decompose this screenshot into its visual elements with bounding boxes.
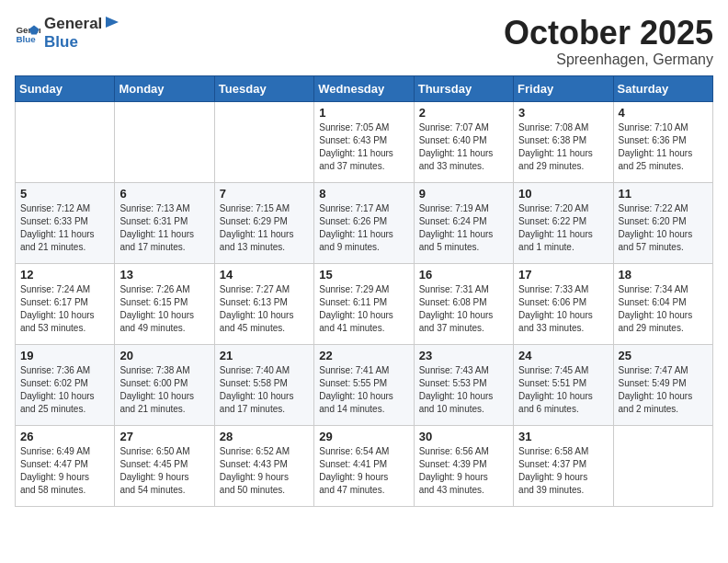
calendar-cell: 30Sunrise: 6:56 AMSunset: 4:39 PMDayligh…: [414, 425, 513, 506]
day-info: Sunrise: 7:31 AMSunset: 6:08 PMDaylight:…: [419, 283, 508, 335]
weekday-header-thursday: Thursday: [414, 75, 513, 101]
day-info: Sunrise: 7:27 AMSunset: 6:13 PMDaylight:…: [220, 283, 309, 335]
logo: General Blue General Blue: [15, 15, 120, 52]
day-info: Sunrise: 7:40 AMSunset: 5:58 PMDaylight:…: [220, 364, 309, 416]
month-title: October 2025: [504, 15, 713, 52]
calendar-cell: 10Sunrise: 7:20 AMSunset: 6:22 PMDayligh…: [514, 182, 613, 263]
day-number: 7: [220, 187, 309, 201]
week-row-1: 1Sunrise: 7:05 AMSunset: 6:43 PMDaylight…: [16, 101, 713, 182]
day-number: 24: [518, 349, 608, 362]
day-info: Sunrise: 7:05 AMSunset: 6:43 PMDaylight:…: [319, 121, 408, 173]
calendar-cell: 15Sunrise: 7:29 AMSunset: 6:11 PMDayligh…: [314, 263, 414, 344]
day-info: Sunrise: 7:22 AMSunset: 6:20 PMDaylight:…: [619, 202, 708, 254]
day-info: Sunrise: 7:13 AMSunset: 6:31 PMDaylight:…: [119, 202, 209, 254]
week-row-4: 19Sunrise: 7:36 AMSunset: 6:02 PMDayligh…: [16, 344, 713, 425]
calendar-cell: 29Sunrise: 6:54 AMSunset: 4:41 PMDayligh…: [314, 425, 414, 506]
day-number: 17: [518, 268, 608, 282]
day-info: Sunrise: 7:41 AMSunset: 5:55 PMDaylight:…: [319, 364, 408, 416]
day-info: Sunrise: 6:50 AMSunset: 4:45 PMDaylight:…: [119, 445, 209, 497]
day-number: 18: [619, 268, 708, 282]
day-info: Sunrise: 7:38 AMSunset: 6:00 PMDaylight:…: [119, 364, 209, 416]
week-row-5: 26Sunrise: 6:49 AMSunset: 4:47 PMDayligh…: [16, 425, 713, 506]
day-info: Sunrise: 7:34 AMSunset: 6:04 PMDaylight:…: [619, 283, 708, 335]
calendar-cell: 5Sunrise: 7:12 AMSunset: 6:33 PMDaylight…: [16, 182, 115, 263]
day-info: Sunrise: 6:56 AMSunset: 4:39 PMDaylight:…: [419, 445, 508, 497]
day-number: 5: [20, 187, 109, 201]
calendar-cell: [16, 101, 115, 182]
day-info: Sunrise: 7:47 AMSunset: 5:49 PMDaylight:…: [619, 364, 708, 416]
day-info: Sunrise: 7:17 AMSunset: 6:26 PMDaylight:…: [319, 202, 408, 254]
calendar-cell: 3Sunrise: 7:08 AMSunset: 6:38 PMDaylight…: [514, 101, 613, 182]
day-number: 3: [518, 106, 608, 120]
calendar-cell: 4Sunrise: 7:10 AMSunset: 6:36 PMDaylight…: [613, 101, 712, 182]
calendar-cell: 7Sunrise: 7:15 AMSunset: 6:29 PMDaylight…: [214, 182, 313, 263]
title-area: October 2025 Spreenhagen, Germany: [504, 15, 713, 68]
calendar-cell: 14Sunrise: 7:27 AMSunset: 6:13 PMDayligh…: [214, 263, 313, 344]
day-info: Sunrise: 7:43 AMSunset: 5:53 PMDaylight:…: [419, 364, 508, 416]
day-number: 13: [119, 268, 209, 282]
day-number: 10: [518, 187, 608, 201]
day-info: Sunrise: 7:26 AMSunset: 6:15 PMDaylight:…: [119, 283, 209, 335]
day-info: Sunrise: 7:19 AMSunset: 6:24 PMDaylight:…: [419, 202, 508, 254]
day-info: Sunrise: 6:58 AMSunset: 4:37 PMDaylight:…: [518, 445, 608, 497]
calendar-cell: 25Sunrise: 7:47 AMSunset: 5:49 PMDayligh…: [613, 344, 712, 425]
calendar-table: SundayMondayTuesdayWednesdayThursdayFrid…: [15, 75, 713, 507]
calendar-cell: [613, 425, 712, 506]
calendar-cell: 31Sunrise: 6:58 AMSunset: 4:37 PMDayligh…: [514, 425, 613, 506]
day-info: Sunrise: 7:10 AMSunset: 6:36 PMDaylight:…: [619, 121, 708, 173]
calendar-cell: 20Sunrise: 7:38 AMSunset: 6:00 PMDayligh…: [115, 344, 214, 425]
calendar-cell: 26Sunrise: 6:49 AMSunset: 4:47 PMDayligh…: [16, 425, 115, 506]
weekday-header-saturday: Saturday: [613, 75, 712, 101]
day-info: Sunrise: 6:54 AMSunset: 4:41 PMDaylight:…: [319, 445, 408, 497]
calendar-cell: 18Sunrise: 7:34 AMSunset: 6:04 PMDayligh…: [613, 263, 712, 344]
day-info: Sunrise: 7:12 AMSunset: 6:33 PMDaylight:…: [20, 202, 109, 254]
weekday-header-tuesday: Tuesday: [214, 75, 313, 101]
calendar-cell: 24Sunrise: 7:45 AMSunset: 5:51 PMDayligh…: [514, 344, 613, 425]
day-info: Sunrise: 7:45 AMSunset: 5:51 PMDaylight:…: [518, 364, 608, 416]
day-number: 20: [119, 349, 209, 362]
day-number: 28: [220, 430, 309, 443]
day-number: 23: [419, 349, 508, 362]
day-info: Sunrise: 7:36 AMSunset: 6:02 PMDaylight:…: [20, 364, 109, 416]
day-number: 6: [119, 187, 209, 201]
day-number: 12: [20, 268, 109, 282]
calendar-cell: 19Sunrise: 7:36 AMSunset: 6:02 PMDayligh…: [16, 344, 115, 425]
day-number: 31: [518, 430, 608, 443]
calendar-cell: 23Sunrise: 7:43 AMSunset: 5:53 PMDayligh…: [414, 344, 513, 425]
day-info: Sunrise: 7:15 AMSunset: 6:29 PMDaylight:…: [220, 202, 309, 254]
day-number: 22: [319, 349, 408, 362]
day-number: 29: [319, 430, 408, 443]
day-number: 21: [220, 349, 309, 362]
calendar-cell: 22Sunrise: 7:41 AMSunset: 5:55 PMDayligh…: [314, 344, 414, 425]
weekday-header-row: SundayMondayTuesdayWednesdayThursdayFrid…: [16, 75, 713, 101]
week-row-2: 5Sunrise: 7:12 AMSunset: 6:33 PMDaylight…: [16, 182, 713, 263]
day-info: Sunrise: 7:20 AMSunset: 6:22 PMDaylight:…: [518, 202, 608, 254]
calendar-cell: 2Sunrise: 7:07 AMSunset: 6:40 PMDaylight…: [414, 101, 513, 182]
day-number: 11: [619, 187, 708, 201]
day-info: Sunrise: 7:33 AMSunset: 6:06 PMDaylight:…: [518, 283, 608, 335]
day-number: 9: [419, 187, 508, 201]
calendar-cell: 17Sunrise: 7:33 AMSunset: 6:06 PMDayligh…: [514, 263, 613, 344]
calendar-cell: 1Sunrise: 7:05 AMSunset: 6:43 PMDaylight…: [314, 101, 414, 182]
calendar-cell: 11Sunrise: 7:22 AMSunset: 6:20 PMDayligh…: [613, 182, 712, 263]
day-info: Sunrise: 6:49 AMSunset: 4:47 PMDaylight:…: [20, 445, 109, 497]
calendar-cell: 8Sunrise: 7:17 AMSunset: 6:26 PMDaylight…: [314, 182, 414, 263]
day-info: Sunrise: 6:52 AMSunset: 4:43 PMDaylight:…: [220, 445, 309, 497]
day-info: Sunrise: 7:29 AMSunset: 6:11 PMDaylight:…: [319, 283, 408, 335]
day-number: 15: [319, 268, 408, 282]
week-row-3: 12Sunrise: 7:24 AMSunset: 6:17 PMDayligh…: [16, 263, 713, 344]
logo-icon: General Blue: [15, 20, 40, 46]
page-header: General Blue General Blue October 2025 S…: [15, 15, 713, 68]
day-number: 2: [419, 106, 508, 120]
day-number: 27: [119, 430, 209, 443]
day-info: Sunrise: 7:08 AMSunset: 6:38 PMDaylight:…: [518, 121, 608, 173]
calendar-cell: 9Sunrise: 7:19 AMSunset: 6:24 PMDaylight…: [414, 182, 513, 263]
day-info: Sunrise: 7:07 AMSunset: 6:40 PMDaylight:…: [419, 121, 508, 173]
svg-text:Blue: Blue: [16, 34, 36, 44]
calendar-cell: 21Sunrise: 7:40 AMSunset: 5:58 PMDayligh…: [214, 344, 313, 425]
calendar-cell: 6Sunrise: 7:13 AMSunset: 6:31 PMDaylight…: [115, 182, 214, 263]
day-number: 14: [220, 268, 309, 282]
day-number: 1: [319, 106, 408, 120]
logo-flag-icon: [104, 15, 120, 37]
day-number: 30: [419, 430, 508, 443]
